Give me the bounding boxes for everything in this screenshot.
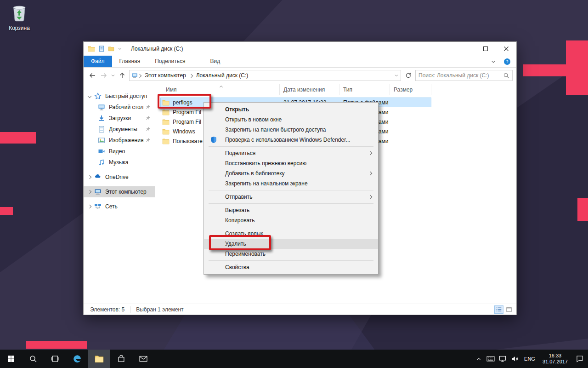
expand-ribbon-icon[interactable] bbox=[491, 59, 496, 64]
sidebar-item-5[interactable]: Видео bbox=[84, 146, 155, 157]
menu-item-17[interactable]: Переименовать bbox=[204, 249, 378, 259]
status-divider bbox=[130, 306, 130, 313]
chevron-right-icon[interactable] bbox=[86, 176, 93, 178]
status-bar: Элементов: 5 Выбран 1 элемент bbox=[84, 304, 516, 315]
desktop-icon bbox=[98, 104, 105, 111]
thumbnails-view-button[interactable] bbox=[504, 305, 514, 314]
recent-locations-button[interactable] bbox=[109, 70, 116, 81]
sidebar-item-0[interactable]: Быстрый доступ bbox=[84, 91, 155, 102]
start-button[interactable] bbox=[0, 350, 22, 368]
menu-separator bbox=[209, 260, 373, 261]
forward-button[interactable] bbox=[98, 70, 109, 81]
close-icon bbox=[504, 46, 509, 51]
chevron-down-icon bbox=[111, 73, 115, 78]
annotation-box-perflogs bbox=[158, 94, 211, 109]
taskbar-mail-button[interactable] bbox=[132, 350, 154, 368]
chevron-right-icon[interactable] bbox=[86, 190, 93, 193]
menu-item-12[interactable]: Вырезать bbox=[204, 205, 378, 215]
network-button[interactable] bbox=[497, 350, 509, 368]
breadcrumb-chevron-icon bbox=[138, 72, 141, 79]
sidebar-item-label: Изображения bbox=[109, 137, 145, 144]
sidebar-item-8[interactable]: Этот компьютер bbox=[84, 186, 155, 197]
sidebar-item-4[interactable]: Изображения bbox=[84, 135, 155, 146]
qat-properties-icon[interactable] bbox=[98, 46, 105, 52]
clock[interactable]: 16:33 31.07.2017 bbox=[539, 353, 571, 365]
menu-item-1[interactable]: Открыть в новом окне bbox=[204, 115, 378, 125]
column-header-type[interactable]: Тип bbox=[339, 84, 390, 95]
qat-new-folder-icon[interactable] bbox=[108, 46, 114, 52]
pin-icon bbox=[145, 104, 151, 110]
menu-item-6[interactable]: Восстановить прежнюю версию bbox=[204, 158, 378, 168]
menu-item-2[interactable]: Закрепить на панели быстрого доступа bbox=[204, 125, 378, 135]
explorer-app-icon bbox=[88, 45, 95, 52]
taskbar-store-button[interactable] bbox=[110, 350, 132, 368]
tab-home[interactable]: Главная bbox=[112, 56, 148, 67]
folder-icon bbox=[162, 128, 170, 135]
forward-arrow-icon bbox=[100, 72, 107, 79]
chevron-right-icon[interactable] bbox=[86, 205, 93, 208]
language-indicator[interactable]: ENG bbox=[520, 356, 539, 362]
tab-share[interactable]: Поделиться bbox=[147, 56, 192, 67]
sidebar-item-1[interactable]: Рабочий стол bbox=[84, 102, 155, 113]
taskbar-edge-button[interactable] bbox=[66, 350, 88, 368]
menu-item-13[interactable]: Копировать bbox=[204, 215, 378, 225]
document-icon bbox=[98, 126, 105, 133]
sidebar-item-6[interactable]: Музыка bbox=[84, 157, 155, 168]
action-center-button[interactable] bbox=[571, 350, 588, 368]
pin-icon bbox=[145, 138, 151, 143]
taskbar-search-button[interactable] bbox=[22, 350, 44, 368]
volume-icon bbox=[511, 355, 518, 362]
menu-item-10[interactable]: Отправить bbox=[204, 192, 378, 202]
refresh-button[interactable] bbox=[402, 70, 414, 81]
menu-item-19[interactable]: Свойства bbox=[204, 262, 378, 272]
menu-item-0[interactable]: Открыть bbox=[204, 104, 378, 115]
search-icon[interactable] bbox=[503, 72, 509, 79]
qat-customize-chevron-icon[interactable] bbox=[118, 46, 122, 51]
address-dropdown-icon[interactable] bbox=[394, 73, 399, 78]
taskbar-explorer-button[interactable] bbox=[88, 350, 110, 368]
sidebar-item-label: Загрузки bbox=[109, 115, 145, 121]
sidebar-item-3[interactable]: Документы bbox=[84, 124, 155, 135]
menu-item-5[interactable]: Поделиться bbox=[204, 148, 378, 158]
menu-item-7[interactable]: Добавить в библиотеку bbox=[204, 168, 378, 178]
touch-keyboard-button[interactable] bbox=[485, 350, 497, 368]
back-button[interactable] bbox=[86, 70, 98, 81]
column-header-date[interactable]: Дата изменения bbox=[280, 84, 339, 95]
menu-item-3[interactable]: Проверка с использованием Windows Defend… bbox=[204, 135, 378, 145]
search-box[interactable] bbox=[415, 70, 513, 81]
windows-logo-icon bbox=[7, 355, 15, 362]
sort-ascending-icon bbox=[220, 83, 222, 90]
task-view-button[interactable] bbox=[44, 350, 66, 368]
tab-file[interactable]: Файл bbox=[84, 56, 112, 67]
column-header-size[interactable]: Размер bbox=[390, 84, 431, 95]
hidden-icons-button[interactable] bbox=[473, 350, 485, 368]
menu-item-label: Добавить в библиотеку bbox=[225, 170, 285, 177]
menu-item-8[interactable]: Закрепить на начальном экране bbox=[204, 178, 378, 189]
tab-view[interactable]: Вид bbox=[203, 56, 227, 67]
close-button[interactable] bbox=[496, 42, 516, 56]
recycle-bin-label: Корзина bbox=[5, 25, 34, 31]
title-bar[interactable]: Локальный диск (C:) bbox=[84, 42, 516, 56]
volume-button[interactable] bbox=[509, 350, 520, 368]
sidebar-item-2[interactable]: Загрузки bbox=[84, 113, 155, 124]
downloads-icon bbox=[98, 115, 105, 122]
touch-keyboard-icon bbox=[486, 355, 495, 363]
address-field[interactable]: Этот компьютер Локальный диск (C:) bbox=[129, 70, 401, 81]
thumbnails-view-icon bbox=[506, 306, 512, 313]
this-pc-icon bbox=[131, 72, 138, 79]
file-name: Windows bbox=[173, 128, 195, 135]
chevron-up-icon bbox=[475, 356, 482, 362]
maximize-button[interactable] bbox=[475, 42, 496, 56]
recycle-bin-icon[interactable] bbox=[11, 4, 28, 22]
chevron-down-icon[interactable] bbox=[86, 95, 93, 98]
help-icon[interactable]: ? bbox=[503, 58, 511, 65]
breadcrumb-this-pc[interactable]: Этот компьютер bbox=[141, 72, 189, 79]
details-view-button[interactable] bbox=[494, 305, 503, 314]
recycle-bin[interactable]: Корзина bbox=[5, 4, 34, 31]
minimize-button[interactable] bbox=[454, 42, 475, 56]
up-button[interactable] bbox=[116, 70, 128, 81]
sidebar-item-9[interactable]: Сеть bbox=[84, 201, 155, 212]
search-input[interactable] bbox=[418, 72, 503, 79]
breadcrumb-local-disk[interactable]: Локальный диск (C:) bbox=[193, 72, 252, 79]
sidebar-item-7[interactable]: OneDrive bbox=[84, 172, 155, 183]
